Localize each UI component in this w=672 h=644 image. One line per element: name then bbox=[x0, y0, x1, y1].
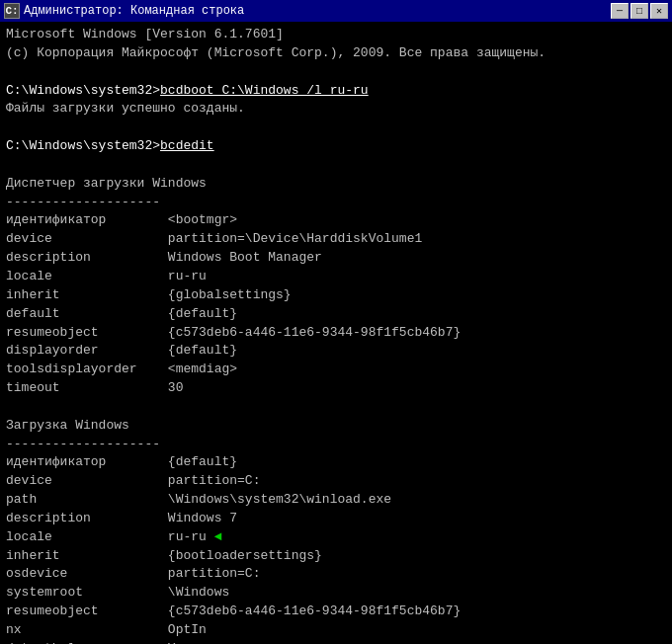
console-line-header2: Загрузка Windows bbox=[6, 417, 666, 436]
maximize-button[interactable]: □ bbox=[630, 3, 648, 19]
console-line bbox=[6, 119, 666, 137]
console-line: inherit {bootloadersettings} bbox=[6, 547, 666, 566]
console-line-header: Диспетчер загрузки Windows bbox=[6, 175, 666, 194]
console-line: description Windows 7 bbox=[6, 510, 666, 528]
console-line: resumeobject {c573deb6-a446-11e6-9344-98… bbox=[6, 603, 666, 621]
console-line: toolsdisplayorder <memdiag> bbox=[6, 361, 666, 379]
cmd-window: C: Администратор: Командная строка ─ □ ✕… bbox=[0, 0, 672, 644]
title-bar: C: Администратор: Командная строка ─ □ ✕ bbox=[0, 0, 672, 22]
console-line: inherit {globalsettings} bbox=[6, 286, 666, 305]
console-line: идентификатор {default} bbox=[6, 453, 666, 472]
console-line-locale: locale ru-ru ◄ bbox=[6, 528, 666, 547]
console-line: Файлы загрузки успешно созданы. bbox=[6, 100, 666, 119]
window-icon: C: bbox=[4, 3, 20, 19]
console-line: description Windows Boot Manager bbox=[6, 249, 666, 268]
console-line: идентификатор <bootmgr> bbox=[6, 211, 666, 230]
console-line: detecthal Yes bbox=[6, 640, 666, 644]
console-line: (c) Корпорация Майкрософт (Microsoft Cor… bbox=[6, 44, 666, 63]
console-line: nx OptIn bbox=[6, 621, 666, 640]
console-line-separator: -------------------- bbox=[6, 194, 666, 212]
console-line: locale ru-ru bbox=[6, 268, 666, 286]
console-line: Microsoft Windows [Version 6.1.7601] bbox=[6, 26, 666, 44]
console-area[interactable]: Microsoft Windows [Version 6.1.7601] (c)… bbox=[0, 22, 672, 644]
console-line: device partition=C: bbox=[6, 472, 666, 491]
console-line: default {default} bbox=[6, 305, 666, 324]
console-line: systemroot \Windows bbox=[6, 584, 666, 603]
console-line bbox=[6, 398, 666, 417]
console-line bbox=[6, 63, 666, 82]
console-line-bcdboot: C:\Windows\system32>bcdboot C:\Windows /… bbox=[6, 82, 666, 101]
console-line bbox=[6, 156, 666, 175]
console-line: resumeobject {c573deb6-a446-11e6-9344-98… bbox=[6, 324, 666, 343]
title-bar-buttons: ─ □ ✕ bbox=[611, 3, 668, 19]
console-line: osdevice partition=C: bbox=[6, 565, 666, 584]
minimize-button[interactable]: ─ bbox=[611, 3, 629, 19]
console-line: timeout 30 bbox=[6, 379, 666, 398]
console-line: device partition=\Device\HarddiskVolume1 bbox=[6, 230, 666, 249]
console-line: displayorder {default} bbox=[6, 342, 666, 361]
console-line-bcdedit: C:\Windows\system32>bcdedit bbox=[6, 137, 666, 156]
close-button[interactable]: ✕ bbox=[650, 3, 668, 19]
console-line-separator2: -------------------- bbox=[6, 436, 666, 454]
title-bar-text: Администратор: Командная строка bbox=[24, 4, 611, 18]
console-line: path \Windows\system32\winload.exe bbox=[6, 491, 666, 510]
